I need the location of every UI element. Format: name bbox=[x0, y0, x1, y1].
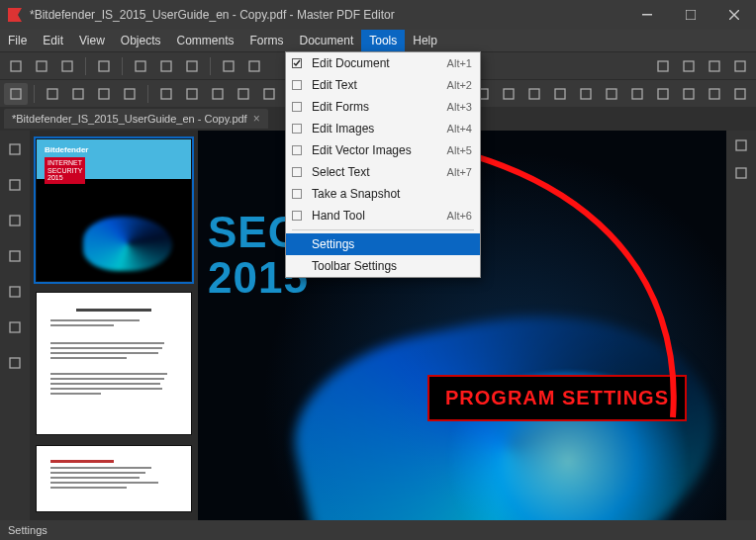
cut-icon[interactable] bbox=[180, 55, 204, 77]
menu-forms[interactable]: Forms bbox=[242, 30, 292, 51]
thumbnails-icon[interactable] bbox=[4, 138, 26, 160]
svg-rect-2 bbox=[11, 61, 21, 71]
thumb-brand: Bitdefender bbox=[45, 145, 88, 154]
search-icon[interactable] bbox=[728, 55, 752, 77]
text-tool-icon[interactable] bbox=[92, 83, 116, 105]
redo-icon[interactable] bbox=[242, 55, 266, 77]
status-bar: Settings bbox=[0, 520, 756, 540]
shapes-icon[interactable] bbox=[232, 83, 255, 105]
bookmarks-icon[interactable] bbox=[4, 174, 26, 196]
menu-item-shortcut: Alt+4 bbox=[447, 123, 472, 135]
zoom-fit-icon[interactable] bbox=[677, 55, 701, 77]
edit-text-icon[interactable] bbox=[66, 83, 90, 105]
form-field-icon[interactable] bbox=[154, 83, 178, 105]
menu-objects[interactable]: Objects bbox=[113, 30, 169, 51]
thumbnail-page-2[interactable] bbox=[36, 292, 192, 435]
menu-item-edit-text[interactable]: Edit TextAlt+2 bbox=[286, 74, 480, 96]
cloud-icon[interactable] bbox=[625, 83, 649, 105]
menu-help[interactable]: Help bbox=[405, 30, 445, 51]
thumbnail-page-3[interactable] bbox=[36, 445, 192, 512]
edit-document-icon[interactable] bbox=[41, 83, 64, 105]
note-icon[interactable] bbox=[677, 83, 701, 105]
menu-item-edit-forms[interactable]: Edit FormsAlt+3 bbox=[286, 96, 480, 118]
menu-item-label: Select Text bbox=[308, 165, 447, 179]
menu-comments[interactable]: Comments bbox=[169, 30, 242, 51]
svg-rect-8 bbox=[187, 61, 197, 71]
menu-item-label: Toolbar Settings bbox=[308, 259, 472, 273]
text-box-icon[interactable] bbox=[118, 83, 142, 105]
menu-document[interactable]: Document bbox=[292, 30, 362, 51]
svg-rect-27 bbox=[504, 89, 514, 99]
menu-item-label: Edit Forms bbox=[308, 100, 447, 114]
toolbar-separator bbox=[147, 85, 148, 103]
zoom-in-icon[interactable] bbox=[703, 55, 726, 77]
properties-icon[interactable] bbox=[734, 138, 748, 152]
svg-rect-19 bbox=[125, 89, 135, 99]
line-icon[interactable] bbox=[522, 83, 546, 105]
paste-icon[interactable] bbox=[154, 55, 178, 77]
ellipse-icon[interactable] bbox=[574, 83, 598, 105]
signatures-icon[interactable] bbox=[4, 316, 26, 338]
menu-view[interactable]: View bbox=[71, 30, 113, 51]
menu-item-hand-tool[interactable]: Hand ToolAlt+6 bbox=[286, 205, 480, 226]
menu-item-take-a-snapshot[interactable]: Take a Snapshot bbox=[286, 183, 480, 205]
tools-menu-dropdown: Edit DocumentAlt+1Edit TextAlt+2Edit For… bbox=[285, 51, 481, 278]
svg-rect-1 bbox=[686, 10, 696, 20]
menu-bar: FileEditViewObjectsCommentsFormsDocument… bbox=[0, 30, 756, 51]
layers-icon[interactable] bbox=[4, 281, 26, 303]
svg-rect-47 bbox=[293, 81, 302, 90]
document-tab[interactable]: *Bitdefender_IS_2015_UserGuide_en - Copy… bbox=[4, 109, 268, 129]
close-button[interactable] bbox=[712, 0, 756, 30]
svg-rect-37 bbox=[10, 144, 20, 154]
svg-rect-36 bbox=[735, 89, 745, 99]
menu-item-edit-vector-images[interactable]: Edit Vector ImagesAlt+5 bbox=[286, 139, 480, 161]
menu-item-label: Settings bbox=[308, 237, 472, 251]
svg-rect-24 bbox=[264, 89, 274, 99]
svg-rect-4 bbox=[62, 61, 72, 71]
open-file-icon[interactable] bbox=[30, 55, 53, 77]
svg-rect-14 bbox=[735, 61, 745, 71]
pointer-icon[interactable] bbox=[4, 83, 28, 105]
save-file-icon[interactable] bbox=[55, 55, 79, 77]
search-panel-icon[interactable] bbox=[4, 245, 26, 267]
thumbnail-page-1[interactable]: Bitdefender INTERNET SECURITY 2015 bbox=[36, 138, 192, 282]
circle-icon[interactable] bbox=[257, 83, 281, 105]
svg-rect-44 bbox=[736, 140, 746, 150]
menu-item-toolbar-settings[interactable]: Toolbar Settings bbox=[286, 255, 480, 277]
link-icon[interactable] bbox=[703, 83, 726, 105]
image-icon[interactable] bbox=[180, 83, 204, 105]
undo-icon[interactable] bbox=[217, 55, 240, 77]
menu-file[interactable]: File bbox=[0, 30, 35, 51]
menu-item-label: Hand Tool bbox=[308, 209, 447, 223]
rect-icon[interactable] bbox=[548, 83, 572, 105]
check-icon bbox=[292, 189, 308, 199]
toolbar-separator bbox=[122, 57, 123, 75]
copy-icon[interactable] bbox=[129, 55, 152, 77]
menu-item-edit-document[interactable]: Edit DocumentAlt+1 bbox=[286, 52, 480, 74]
check-icon bbox=[292, 102, 308, 112]
align-icon[interactable] bbox=[734, 166, 748, 180]
svg-rect-51 bbox=[293, 168, 302, 177]
svg-rect-21 bbox=[187, 89, 197, 99]
menu-tools[interactable]: Tools bbox=[361, 30, 405, 51]
tab-close-icon[interactable]: × bbox=[253, 112, 260, 126]
check-icon bbox=[292, 167, 308, 177]
zoom-out-icon[interactable] bbox=[651, 55, 675, 77]
minimize-button[interactable] bbox=[625, 0, 669, 30]
thumbnails-panel[interactable]: Bitdefender INTERNET SECURITY 2015 bbox=[30, 131, 198, 520]
svg-rect-17 bbox=[73, 89, 83, 99]
print-icon[interactable] bbox=[92, 55, 116, 77]
arrow-icon[interactable] bbox=[497, 83, 520, 105]
menu-item-edit-images[interactable]: Edit ImagesAlt+4 bbox=[286, 118, 480, 139]
attachment-icon[interactable] bbox=[728, 83, 752, 105]
new-file-icon[interactable] bbox=[4, 55, 28, 77]
menu-item-select-text[interactable]: Select TextAlt+7 bbox=[286, 161, 480, 183]
table-icon[interactable] bbox=[206, 83, 230, 105]
stamp-icon[interactable] bbox=[651, 83, 675, 105]
polygon-icon[interactable] bbox=[600, 83, 623, 105]
attachments-panel-icon[interactable] bbox=[4, 210, 26, 231]
menu-item-settings[interactable]: Settings bbox=[286, 233, 480, 255]
comments-panel-icon[interactable] bbox=[4, 352, 26, 374]
maximize-button[interactable] bbox=[669, 0, 712, 30]
menu-edit[interactable]: Edit bbox=[35, 30, 71, 51]
